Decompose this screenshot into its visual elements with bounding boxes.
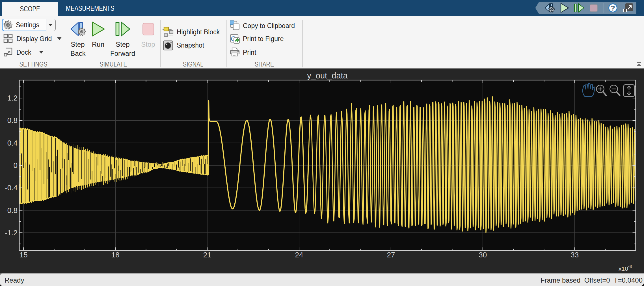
svg-text:-0.4: -0.4 <box>5 183 18 192</box>
svg-text:0: 0 <box>14 161 18 170</box>
svg-text:-0.8: -0.8 <box>5 206 18 215</box>
svg-text:30: 30 <box>479 251 487 259</box>
svg-text:0.8: 0.8 <box>7 116 18 125</box>
svg-text:y_out_data: y_out_data <box>307 71 348 80</box>
svg-text:33: 33 <box>570 251 579 259</box>
svg-text:18: 18 <box>111 251 120 259</box>
svg-text:15: 15 <box>20 251 28 259</box>
svg-text:?: ? <box>611 4 615 12</box>
svg-text:27: 27 <box>387 251 395 259</box>
svg-text:0.4: 0.4 <box>7 139 18 147</box>
svg-text:1.2: 1.2 <box>7 94 18 102</box>
svg-text:-1.2: -1.2 <box>5 229 18 237</box>
svg-text:24: 24 <box>295 251 303 259</box>
svg-text:21: 21 <box>203 251 211 259</box>
